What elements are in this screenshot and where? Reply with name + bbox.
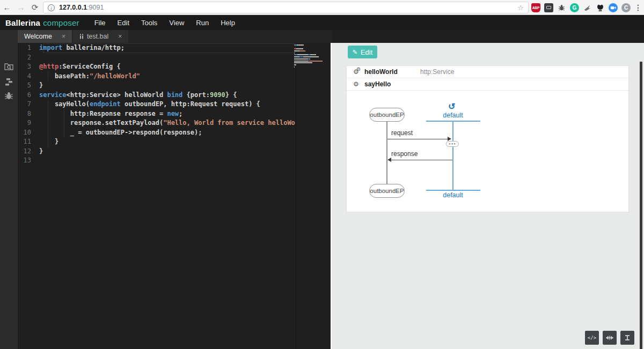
screenshot-extension-icon[interactable] [544, 3, 553, 12]
code-line[interactable]: 4 basePath:"/helloWorld" [18, 72, 296, 81]
menu-file[interactable]: File [94, 19, 106, 27]
ibeam-icon [624, 334, 631, 341]
menu-view[interactable]: View [169, 19, 184, 27]
ballerina-composer-window: ← → ⟳ i 127.0.0.1 :9091 ☆ ABPGC⋮ Balleri… [0, 0, 644, 349]
debug-bug-icon[interactable] [4, 91, 14, 101]
tabbar: Welcome×test.bal× [18, 30, 332, 43]
swoosh-extension-icon[interactable] [583, 3, 592, 12]
code-line[interactable]: 7 sayHello(endpoint outboundEP, http:Req… [18, 100, 296, 109]
code-line[interactable]: 5} [18, 81, 296, 91]
menu-help[interactable]: Help [221, 19, 235, 27]
service-gears-icon: ⚙⚙ [353, 68, 364, 76]
grammarly-icon[interactable]: G [570, 3, 579, 12]
browser-menu-icon[interactable]: ⋮ [634, 3, 640, 12]
code-line[interactable]: 8 http:Response response = new; [18, 109, 296, 119]
resource-gear-icon: ⚙ [353, 80, 364, 88]
file-explorer-icon[interactable] [4, 62, 14, 72]
bug-extension-icon[interactable] [557, 3, 566, 12]
request-message-label[interactable]: request [391, 129, 413, 137]
pencil-icon: ✎ [353, 49, 357, 56]
console-icon[interactable] [4, 77, 14, 87]
worker-lifeline [452, 121, 453, 190]
code-line[interactable]: 1import ballerina/http; [18, 43, 296, 53]
minimap-separator [296, 43, 296, 349]
tab-welcome[interactable]: Welcome× [18, 30, 72, 43]
code-line[interactable]: 13 [18, 156, 296, 166]
code-line[interactable]: 6service<http:Service> helloWorld bind {… [18, 91, 296, 100]
adblock-plus-icon[interactable]: ABP [531, 3, 540, 12]
brand-logo: Ballerinacomposer [5, 18, 79, 27]
ballerina-file-icon [79, 34, 84, 39]
endpoint-lifeline-foot[interactable]: outboundEP [369, 184, 405, 198]
service-name: helloWorld [364, 68, 398, 76]
design-view-button[interactable] [620, 331, 634, 345]
bookmark-star-icon[interactable]: ☆ [517, 4, 524, 12]
service-card: ⚙⚙ helloWorld http:Service ⚙ sayHello ou… [346, 65, 629, 212]
zoom-meeting-icon[interactable] [609, 3, 618, 12]
minimap[interactable] [294, 44, 330, 70]
source-view-button[interactable]: </> [585, 331, 599, 345]
reload-icon[interactable]: ⟳ [28, 3, 42, 12]
response-message-label[interactable]: response [391, 150, 418, 158]
app-header: Ballerinacomposer FileEditToolsViewRunHe… [0, 15, 644, 30]
request-message-line [387, 139, 449, 139]
fit-to-width-button[interactable] [603, 331, 617, 345]
action-invocation-dots[interactable]: ●●● [446, 141, 459, 147]
menu-tools[interactable]: Tools [141, 19, 157, 27]
octocat-extension-icon[interactable] [596, 3, 605, 12]
response-message-line [391, 160, 452, 160]
default-worker-label-top[interactable]: default [437, 112, 469, 119]
request-arrowhead-icon [448, 137, 451, 141]
activity-sidebar [0, 30, 18, 349]
address-bar[interactable]: i 127.0.0.1 :9091 ☆ [43, 2, 529, 13]
endpoint-lifeline-head[interactable]: outboundEP [369, 108, 405, 122]
design-view-panel: ✎ Edit ⚙⚙ helloWorld http:Service ⚙ sayH… [332, 43, 644, 349]
default-worker-label-bottom[interactable]: default [437, 191, 469, 199]
resource-header-row[interactable]: ⚙ sayHello [347, 78, 628, 91]
code-line[interactable]: 11 } [18, 137, 296, 147]
service-header-row[interactable]: ⚙⚙ helloWorld http:Service [347, 66, 628, 78]
edit-button[interactable]: ✎ Edit [348, 46, 377, 58]
browser-toolbar: ← → ⟳ i 127.0.0.1 :9091 ☆ ABPGC⋮ [0, 0, 644, 15]
worker-top-bar [426, 121, 480, 122]
menu-edit[interactable]: Edit [118, 19, 129, 27]
url-host: 127.0.0.1 [59, 4, 87, 11]
menubar: FileEditToolsViewRunHelp [94, 19, 235, 27]
code-line[interactable]: 10 _ = outboundEP->respond(response); [18, 128, 296, 138]
service-type: http:Service [420, 68, 454, 76]
default-worker-icon[interactable]: ↺ [448, 101, 455, 112]
menu-run[interactable]: Run [196, 19, 209, 27]
indent-guide [48, 100, 48, 147]
code-rows: 1import ballerina/http;23@http:ServiceCo… [18, 43, 296, 166]
worker-bottom-bar [426, 190, 480, 191]
c-circle-extension-icon[interactable]: C [621, 3, 631, 12]
indent-guide [64, 109, 64, 137]
code-line[interactable]: 12} [18, 147, 296, 157]
code-line[interactable]: 2 [18, 53, 296, 63]
code-line[interactable]: 3@http:ServiceConfig { [18, 62, 296, 72]
tab-close-icon[interactable]: × [117, 33, 123, 40]
endpoint-lifeline [386, 122, 387, 184]
vertical-scrollbar[interactable] [640, 62, 642, 349]
page-info-icon[interactable]: i [48, 4, 55, 11]
tab-test-bal[interactable]: test.bal× [73, 30, 128, 43]
indent-guide [48, 71, 48, 81]
resource-name: sayHello [364, 80, 391, 88]
tab-close-icon[interactable]: × [61, 33, 67, 40]
extension-strip: ABPGC⋮ [531, 0, 640, 15]
fit-arrows-icon [606, 334, 613, 341]
back-icon[interactable]: ← [0, 3, 14, 12]
response-arrowhead-icon [387, 158, 391, 162]
forward-icon[interactable]: → [14, 3, 28, 12]
code-line[interactable]: 9 response.setTextPayload("Hello, World … [18, 118, 296, 128]
url-port: :9091 [87, 4, 104, 11]
code-editor[interactable]: 1import ballerina/http;23@http:ServiceCo… [18, 43, 332, 349]
